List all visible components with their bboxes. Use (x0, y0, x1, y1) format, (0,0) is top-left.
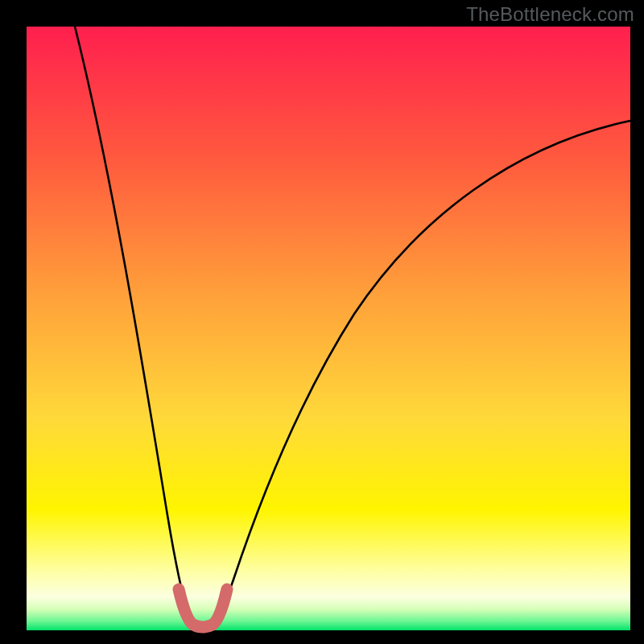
chart-plot-area (27, 27, 630, 630)
bottleneck-chart (0, 0, 644, 644)
chart-stage: TheBottleneck.com (0, 0, 644, 644)
attribution-watermark: TheBottleneck.com (466, 3, 634, 26)
